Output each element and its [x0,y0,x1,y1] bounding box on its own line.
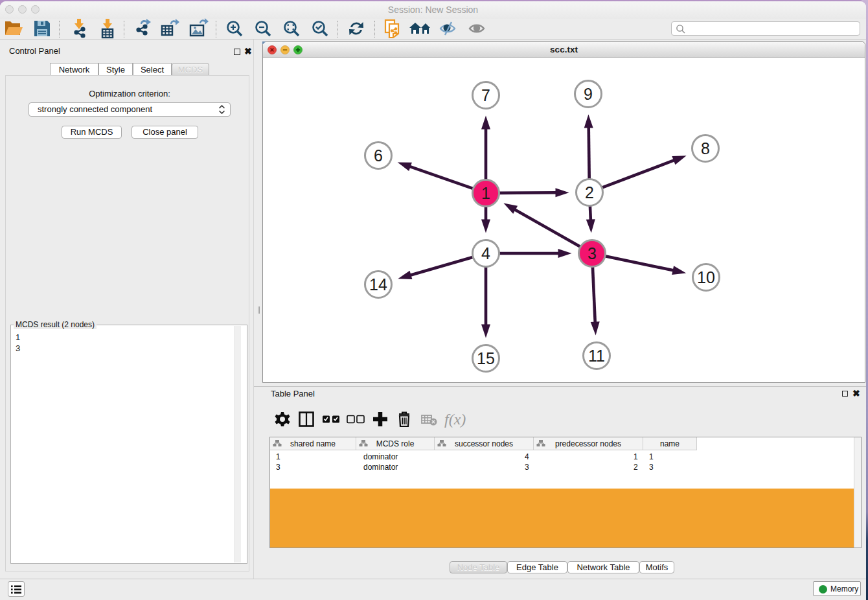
svg-text:9: 9 [584,85,593,103]
svg-text:6: 6 [374,146,383,165]
svg-text:f(x): f(x) [444,411,466,428]
svg-text:1: 1 [481,184,490,202]
svg-text:3: 3 [588,244,597,262]
svg-text:2: 2 [585,183,594,202]
svg-text:14: 14 [369,275,387,294]
svg-text:10: 10 [697,268,715,286]
svg-text:8: 8 [701,139,710,157]
svg-text:15: 15 [477,349,495,367]
svg-text:7: 7 [481,86,490,104]
svg-text:4: 4 [481,244,490,262]
svg-text:11: 11 [588,347,605,365]
